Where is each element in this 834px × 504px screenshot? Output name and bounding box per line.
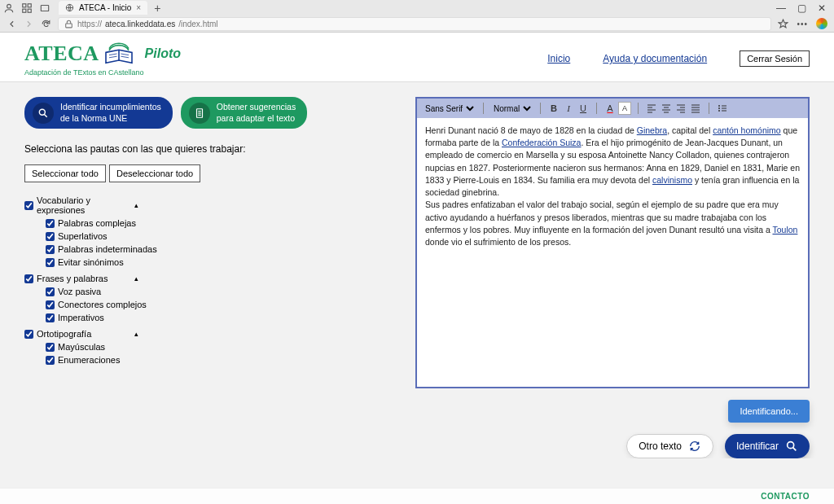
group-label: Ortotipografía xyxy=(37,329,91,339)
lock-icon xyxy=(64,19,74,29)
link-toulon[interactable]: Toulon xyxy=(772,225,797,234)
item-label: Imperativos xyxy=(58,313,104,322)
item-checkbox[interactable] xyxy=(46,313,55,322)
link-ginebra[interactable]: Ginebra xyxy=(637,125,667,135)
item-checkbox[interactable] xyxy=(46,219,55,228)
link-calvinismo[interactable]: calvinismo xyxy=(652,175,692,185)
group-checkbox[interactable] xyxy=(24,330,33,339)
more-icon[interactable]: ••• xyxy=(797,20,808,28)
get-suggestions-button[interactable]: Obtener sugerenciaspara adaptar el texto xyxy=(181,97,307,129)
tabs-icon[interactable] xyxy=(39,2,50,14)
new-tab-button[interactable]: + xyxy=(154,2,160,15)
svg-point-0 xyxy=(7,4,11,8)
list-button[interactable] xyxy=(716,102,729,115)
tree-item[interactable]: Voz pasiva xyxy=(46,285,399,298)
back-button[interactable] xyxy=(7,19,17,29)
chevron-up-icon[interactable]: ▴ xyxy=(134,201,138,209)
logout-button[interactable]: Cerrar Sesión xyxy=(740,50,810,67)
link-canton[interactable]: cantón homónimo xyxy=(713,125,780,135)
identificar-button[interactable]: Identificar xyxy=(725,434,810,458)
tab-close[interactable]: × xyxy=(136,3,141,12)
tree-item[interactable]: Mayúsculas xyxy=(46,340,399,353)
tree-item[interactable]: Imperativos xyxy=(46,311,399,324)
window-minimize[interactable]: — xyxy=(776,2,786,14)
item-checkbox[interactable] xyxy=(46,287,55,296)
window-maximize[interactable]: ▢ xyxy=(797,2,806,14)
tree-group-head[interactable]: Ortotipografía▴ xyxy=(24,327,399,340)
tree-item[interactable]: Superlativos xyxy=(46,230,399,243)
item-checkbox[interactable] xyxy=(46,258,55,267)
bold-button[interactable]: B xyxy=(547,102,560,115)
svg-rect-2 xyxy=(28,3,31,7)
group-checkbox[interactable] xyxy=(24,201,33,210)
tree-item[interactable]: Palabras indeterminadas xyxy=(46,243,399,256)
address-bar[interactable]: https://ateca.linkeddata.es/index.html xyxy=(58,17,771,31)
size-select[interactable]: Normal xyxy=(490,103,533,114)
tree-item[interactable]: Palabras complejas xyxy=(46,217,399,230)
globe-icon xyxy=(65,3,74,12)
align-left-button[interactable] xyxy=(645,102,658,115)
otro-texto-button[interactable]: Otro texto xyxy=(626,434,713,458)
svg-line-42 xyxy=(792,447,796,450)
group-label: Vocabulario y expresiones xyxy=(37,195,131,215)
italic-button[interactable]: I xyxy=(562,102,575,115)
align-justify-button[interactable] xyxy=(689,102,702,115)
svg-rect-4 xyxy=(28,9,31,12)
text-editor: Sans Serif Normal B I U A A xyxy=(415,97,810,388)
item-checkbox[interactable] xyxy=(46,300,55,309)
nav-inicio[interactable]: Inicio xyxy=(547,53,570,64)
svg-point-35 xyxy=(718,105,720,107)
magnify-icon xyxy=(37,107,49,119)
chevron-up-icon[interactable]: ▴ xyxy=(134,330,138,338)
window-close[interactable]: ✕ xyxy=(818,2,826,14)
tree-item[interactable]: Enumeraciones xyxy=(46,353,399,366)
item-label: Conectores complejos xyxy=(58,300,147,309)
item-checkbox[interactable] xyxy=(46,245,55,254)
nav-ayuda[interactable]: Ayuda y documentación xyxy=(603,53,707,64)
align-center-button[interactable] xyxy=(660,102,673,115)
link-confederacion[interactable]: Confederación Suiza xyxy=(502,138,581,147)
item-checkbox[interactable] xyxy=(46,356,55,365)
item-checkbox[interactable] xyxy=(46,232,55,241)
item-label: Palabras complejas xyxy=(58,218,136,228)
identify-violations-button[interactable]: Identificar incumplimientosde la Norma U… xyxy=(24,97,173,129)
chevron-up-icon[interactable]: ▴ xyxy=(134,274,138,283)
browser-tab[interactable]: ATECA - Inicio × xyxy=(59,1,147,15)
group-checkbox[interactable] xyxy=(24,274,33,283)
tree-item[interactable]: Evitar sinónimos xyxy=(46,256,399,269)
tree-item[interactable]: Conectores complejos xyxy=(46,298,399,311)
editor-content[interactable]: Henri Dunant nació 8 de mayo de 1828 en … xyxy=(417,118,808,387)
item-label: Palabras indeterminadas xyxy=(58,244,157,254)
text-color-button[interactable]: A xyxy=(604,102,617,115)
forward-button xyxy=(24,19,34,29)
item-label: Voz pasiva xyxy=(58,287,101,296)
logo-tagline: Adaptación de TExtos en CAstellano xyxy=(24,68,181,77)
item-label: Evitar sinónimos xyxy=(58,257,124,267)
svg-point-37 xyxy=(718,107,720,109)
tree-group-head[interactable]: Frases y palabras▴ xyxy=(24,272,399,285)
copilot-icon[interactable] xyxy=(816,18,827,29)
highlight-button[interactable]: A xyxy=(618,102,631,115)
group-label: Frases y palabras xyxy=(37,274,108,283)
tab-title: ATECA - Inicio xyxy=(79,3,131,12)
deselect-all-button[interactable]: Deseleccionar todo xyxy=(109,164,200,182)
select-all-button[interactable]: Seleccionar todo xyxy=(24,164,106,182)
favorite-icon[interactable] xyxy=(778,19,788,29)
page-header: ATECA Piloto Adaptación de TExtos en CAs… xyxy=(0,33,834,82)
svg-rect-1 xyxy=(23,3,26,7)
document-icon xyxy=(194,107,205,119)
tree-group-head[interactable]: Vocabulario y expresiones▴ xyxy=(24,194,399,217)
reload-button[interactable] xyxy=(41,19,51,29)
underline-button[interactable]: U xyxy=(577,102,590,115)
refresh-icon xyxy=(688,440,701,453)
item-label: Enumeraciones xyxy=(58,355,120,365)
svg-rect-7 xyxy=(66,23,72,27)
align-right-button[interactable] xyxy=(674,102,687,115)
profile-icon[interactable] xyxy=(3,2,15,14)
svg-line-10 xyxy=(109,56,117,58)
font-select[interactable]: Sans Serif xyxy=(422,103,476,114)
svg-line-9 xyxy=(109,54,117,55)
svg-point-39 xyxy=(718,110,720,112)
item-checkbox[interactable] xyxy=(46,343,55,352)
workspaces-icon[interactable] xyxy=(21,2,33,14)
